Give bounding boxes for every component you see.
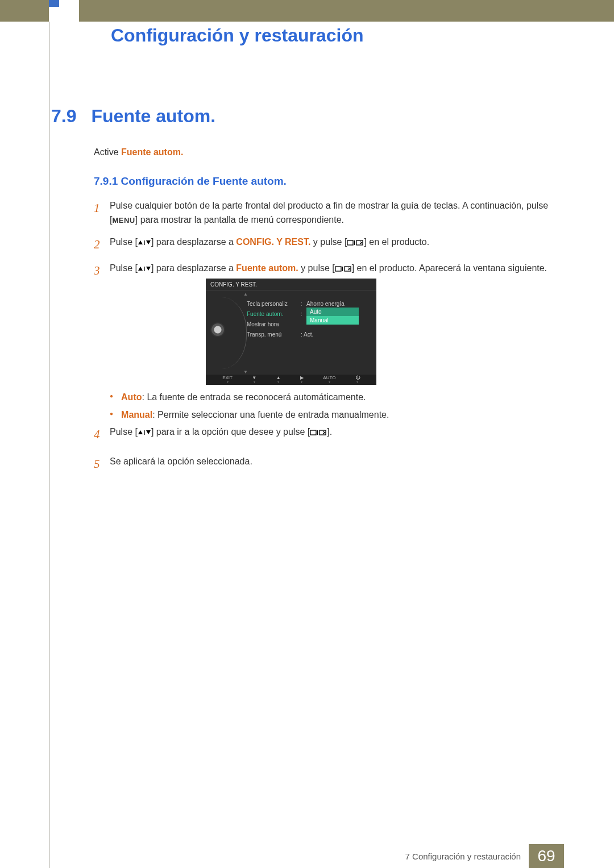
svg-marker-8 (146, 267, 151, 271)
svg-rect-16 (317, 430, 318, 435)
select-source-icon (335, 263, 352, 273)
chevron-up-icon: ▲ (243, 292, 248, 297)
osd-auto: AUTO▾ (323, 376, 335, 384)
step-body: Pulse [] para desplazarse a CONFIG. Y RE… (110, 235, 563, 254)
svg-marker-6 (138, 267, 143, 271)
bullet-manual: ● Manual: Permite seleccionar una fuente… (110, 407, 563, 422)
text: ] para desplazarse a (151, 237, 236, 247)
osd-option-manual: Manual (306, 316, 359, 325)
bullet-auto: ● Auto: La fuente de entrada se reconoce… (110, 389, 563, 405)
bullet-text: Auto: La fuente de entrada se reconocerá… (121, 389, 366, 405)
svg-marker-2 (146, 240, 151, 244)
text: Se aplicará la opción seleccionada. (110, 456, 252, 466)
up-down-icon (138, 263, 151, 273)
osd-dropdown: Auto Manual (306, 308, 359, 325)
menu-key: MENU (112, 216, 135, 225)
section-heading: 7.9 Fuente autom. (51, 106, 215, 127)
step-5: 5 Se aplicará la opción seleccionada. (94, 454, 563, 475)
step-body: Pulse cualquier botón de la parte fronta… (110, 199, 563, 227)
select-source-icon (347, 237, 364, 247)
svg-rect-9 (335, 267, 341, 271)
svg-rect-3 (347, 240, 353, 245)
step-body: Pulse [] para ir a la opción que desee y… (110, 424, 563, 446)
highlight: Auto (121, 392, 142, 402)
intro-prefix: Active (94, 147, 121, 157)
text: ]. (327, 427, 332, 437)
osd-label: Mostrar hora (247, 321, 301, 327)
osd-row: Transp. menú : Act. (247, 329, 371, 339)
page-number: 69 (529, 844, 564, 868)
intro-line: Active Fuente autom. (94, 147, 183, 157)
text: ] en el producto. Aparecerá la ventana s… (352, 263, 547, 273)
up-down-icon (138, 427, 151, 437)
footer-chapter-label: 7 Configuración y restauración (405, 844, 529, 868)
osd-value: Ahorro energía (306, 301, 371, 307)
up-down-icon (138, 237, 151, 247)
steps-lower: 4 Pulse [] para ir a la opción que desee… (94, 424, 563, 483)
step-body: Se aplicará la opción seleccionada. (110, 454, 563, 475)
step-number: 2 (94, 235, 110, 254)
footer-spacer (564, 844, 614, 868)
osd-value: : Act. (301, 331, 371, 338)
bullet-dot-icon: ● (110, 407, 113, 422)
osd-title: CONFIG. Y REST. (206, 279, 376, 290)
header-tab (49, 0, 79, 22)
text: : Permite seleccionar una fuente de entr… (152, 410, 389, 420)
highlight: Fuente autom. (236, 263, 298, 273)
text: : La fuente de entrada se reconocerá aut… (142, 392, 366, 402)
step-2: 2 Pulse [] para desplazarse a CONFIG. Y … (94, 235, 563, 254)
colon: : (301, 301, 306, 307)
text: ] para mostrar la pantalla de menú corre… (135, 215, 344, 225)
intro-highlight: Fuente autom. (121, 147, 183, 157)
osd-option-auto: Auto (306, 308, 359, 316)
step-number: 4 (94, 424, 110, 446)
text: Pulse [ (110, 237, 138, 247)
text: y pulse [ (298, 263, 335, 273)
osd-arc (222, 297, 247, 369)
step-number: 3 (94, 261, 110, 280)
steps-upper: 1 Pulse cualquier botón de la parte fron… (94, 199, 563, 288)
text: ] para desplazarse a (151, 263, 236, 273)
left-margin-rule (49, 22, 50, 868)
bullet-list: ● Auto: La fuente de entrada se reconoce… (110, 389, 563, 425)
osd-play-icon: ▶▾ (300, 376, 304, 384)
osd-footer: EXIT▾ ▼▾ ▲▾ ▶▾ AUTO▾ ⏻▾ (206, 375, 376, 385)
svg-marker-12 (138, 430, 143, 434)
text: y pulse [ (310, 237, 347, 247)
bullet-text: Manual: Permite seleccionar una fuente d… (121, 407, 389, 422)
osd-body: ▲ Tecla personaliz : Ahorro energía Fuen… (206, 290, 376, 376)
svg-rect-13 (144, 430, 145, 435)
osd-exit: EXIT▾ (222, 376, 233, 384)
svg-rect-1 (144, 240, 145, 245)
osd-up-icon: ▲▾ (276, 376, 281, 384)
step-number: 5 (94, 454, 110, 475)
svg-rect-4 (354, 240, 355, 245)
text: Pulse [ (110, 263, 138, 273)
chevron-down-icon: ▼ (243, 369, 248, 375)
step-1: 1 Pulse cualquier botón de la parte fron… (94, 199, 563, 227)
select-source-icon (310, 427, 327, 437)
text: ] para ir a la opción que desee y pulse … (151, 427, 310, 437)
step-number: 1 (94, 199, 110, 227)
osd-label: Tecla personaliz (247, 301, 301, 307)
section-number: 7.9 (51, 106, 76, 127)
header-bar (0, 0, 614, 22)
osd-screenshot: CONFIG. Y REST. ▲ Tecla personaliz : Aho… (206, 279, 376, 385)
svg-marker-0 (138, 240, 143, 244)
step-3: 3 Pulse [] para desplazarse a Fuente aut… (94, 261, 563, 280)
colon: : (301, 311, 306, 317)
highlight: Manual (121, 410, 152, 420)
subsection-heading: 7.9.1 Configuración de Fuente autom. (94, 175, 287, 188)
bullet-dot-icon: ● (110, 389, 113, 405)
osd-power-icon: ⏻▾ (355, 376, 360, 384)
highlight: CONFIG. Y REST. (236, 237, 310, 247)
chapter-title: Configuración y restauración (111, 25, 364, 46)
step-4: 4 Pulse [] para ir a la opción que desee… (94, 424, 563, 446)
step-body: Pulse [] para desplazarse a Fuente autom… (110, 261, 563, 280)
osd-label: Fuente autom. (247, 311, 301, 317)
page-footer: 7 Configuración y restauración 69 (0, 844, 614, 868)
section-title: Fuente autom. (91, 106, 215, 127)
svg-rect-15 (310, 430, 316, 435)
text: Pulse [ (110, 427, 138, 437)
osd-label: Transp. menú (247, 331, 301, 338)
